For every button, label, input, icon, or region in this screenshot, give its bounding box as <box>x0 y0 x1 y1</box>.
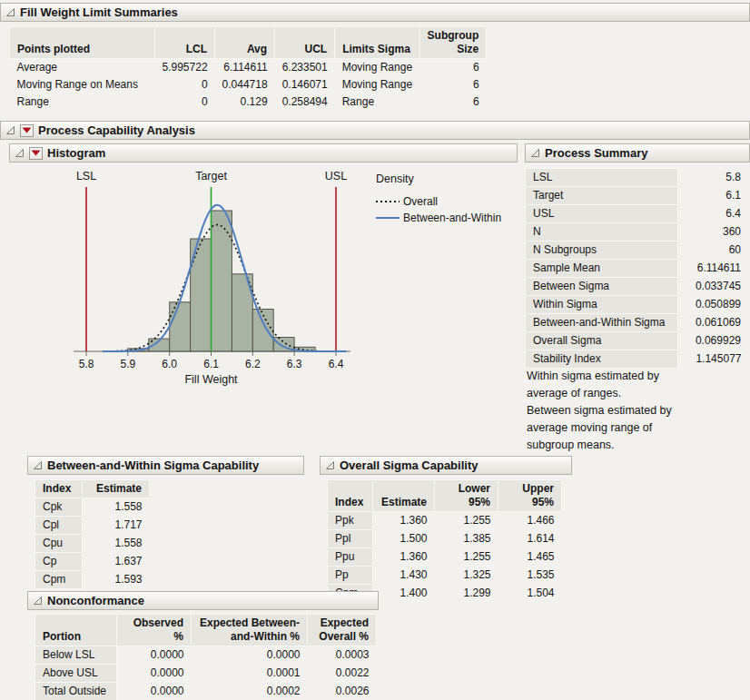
table-row: N Subgroups60 <box>526 242 749 260</box>
table-header: Points plotted LCL Avg UCL Limits Sigma … <box>10 27 487 59</box>
disclosure-triangle[interactable] <box>5 7 15 17</box>
column-header: Index <box>328 480 373 512</box>
table-cell: N Subgroups <box>526 242 678 260</box>
disclosure-triangle[interactable] <box>5 125 15 135</box>
column-header: Estimate <box>83 480 150 498</box>
column-header: Avg <box>215 27 275 59</box>
process-capability-header-bar: Process Capability Analysis <box>0 121 750 140</box>
bw-capability-header-bar: Between-and-Within Sigma Capability <box>27 456 304 475</box>
table-cell: 360 <box>678 223 749 242</box>
process-summary-table: LSL5.8Target6.1USL6.4N360N Subgroups60Sa… <box>525 168 749 369</box>
table-cell: Range <box>335 94 419 111</box>
table-cell: 1.504 <box>498 585 562 603</box>
table-cell: 1.360 <box>373 548 435 567</box>
x-tick-label: 6.3 <box>287 358 302 370</box>
table-row: Total Outside0.00000.00020.0026 <box>35 683 377 700</box>
table-cell: Ppu <box>328 548 373 567</box>
table-cell: 0.129 <box>215 94 275 111</box>
table-row: Overall Sigma0.069929 <box>526 332 749 350</box>
disclosure-triangle[interactable] <box>33 460 43 470</box>
table-row: N360 <box>526 223 749 242</box>
table-cell: 1.717 <box>83 517 150 535</box>
table-row: Average5.9957226.1146116.233501Moving Ra… <box>10 59 487 77</box>
table-cell: Pp <box>328 567 373 585</box>
table-cell: 1.325 <box>435 567 498 585</box>
histogram-bar[interactable] <box>212 211 232 351</box>
table-cell: Moving Range <box>335 59 419 77</box>
nonconformance-table: Portion Observed % Expected Between-and-… <box>35 614 377 700</box>
table-cell: Target <box>526 187 678 205</box>
table-cell: Cpu <box>35 535 83 553</box>
table-cell: 0.0000 <box>117 683 192 700</box>
table-cell: 1.614 <box>498 530 562 548</box>
column-header: Portion <box>35 615 117 646</box>
table-cell: Below LSL <box>35 646 117 665</box>
column-header: Lower 95% <box>435 480 498 512</box>
table-cell: Cpk <box>35 498 83 517</box>
table-cell: 6.114611 <box>215 59 275 77</box>
table-cell: Cpm <box>35 571 83 589</box>
section-title: Nonconformance <box>47 594 144 607</box>
section-title: Process Summary <box>545 146 647 160</box>
table-cell: 6.4 <box>678 205 749 223</box>
disclosure-triangle[interactable] <box>15 148 25 158</box>
table-header: Index Estimate Lower 95% Upper 95% <box>328 480 562 512</box>
overall-capability-header-bar: Overall Sigma Capability <box>320 456 572 475</box>
table-cell: 1.255 <box>435 548 498 567</box>
table-row: Pp1.4301.3251.535 <box>328 567 562 585</box>
ref-line-label: LSL <box>76 170 96 182</box>
table-cell: 0.0003 <box>308 646 377 665</box>
table-cell: Ppl <box>328 530 373 548</box>
table-cell: 1.360 <box>373 512 435 530</box>
legend-title: Density <box>376 173 414 185</box>
table-row: USL6.4 <box>526 205 749 223</box>
table-cell: 1.299 <box>435 585 498 603</box>
section-title: Overall Sigma Capability <box>340 458 478 472</box>
table-cell: 6 <box>419 59 487 77</box>
table-cell: 5.995722 <box>155 59 215 77</box>
x-tick-label: 6.0 <box>162 358 177 370</box>
column-header: Estimate <box>373 480 435 512</box>
x-tick-label: 5.9 <box>120 358 135 370</box>
ref-line-label: Target <box>195 170 227 182</box>
disclosure-triangle[interactable] <box>530 148 540 158</box>
table-cell: Moving Range on Means <box>10 76 155 94</box>
table-cell: 1.558 <box>83 498 150 517</box>
table-cell: 1.430 <box>373 567 435 585</box>
disclosure-triangle[interactable] <box>33 596 43 606</box>
legend-label: Between-and-Within <box>403 212 501 224</box>
note-line: Between sigma estimated by average movin… <box>527 402 690 454</box>
x-tick-label: 6.2 <box>245 358 261 370</box>
sigma-estimation-notes: Within sigma estimated by average of ran… <box>527 368 690 454</box>
table-cell: 6.1 <box>678 187 749 205</box>
table-cell: 1.465 <box>498 548 562 567</box>
table-row: Below LSL0.00000.00000.0003 <box>35 646 377 665</box>
histogram-bar[interactable] <box>170 302 191 351</box>
table-row: Ppu1.3601.2551.465 <box>328 548 562 567</box>
table-cell: 0.0002 <box>192 683 308 700</box>
table-cell: 0.146071 <box>275 76 335 94</box>
red-triangle-menu[interactable] <box>29 147 43 160</box>
table-cell: 1.558 <box>83 535 150 553</box>
column-header: Expected Between-and-Within % <box>192 615 308 646</box>
table-row: Sample Mean6.114611 <box>526 260 749 278</box>
table-cell: 0.0000 <box>117 646 192 665</box>
table-cell: 6.114611 <box>678 260 749 278</box>
table-cell: 6 <box>419 76 487 94</box>
table-cell: 60 <box>678 242 749 260</box>
x-tick-label: 6.4 <box>329 358 344 370</box>
table-header: Index Estimate <box>35 480 150 498</box>
table-cell: 0.044718 <box>215 76 275 94</box>
table-cell: Between Sigma <box>526 278 678 296</box>
table-cell: 0.0000 <box>192 646 308 665</box>
table-row: Ppl1.5001.3851.614 <box>328 530 562 548</box>
table-cell: Sample Mean <box>526 260 678 278</box>
x-tick-label: 6.1 <box>203 358 219 370</box>
table-row: Target6.1 <box>526 187 749 205</box>
red-triangle-menu[interactable] <box>20 124 34 137</box>
legend-label: Overall <box>403 195 438 208</box>
table-cell: Total Outside <box>35 683 117 700</box>
table-cell: 0.0001 <box>192 665 308 683</box>
disclosure-triangle[interactable] <box>325 460 335 470</box>
table-cell: 1.466 <box>498 512 562 530</box>
